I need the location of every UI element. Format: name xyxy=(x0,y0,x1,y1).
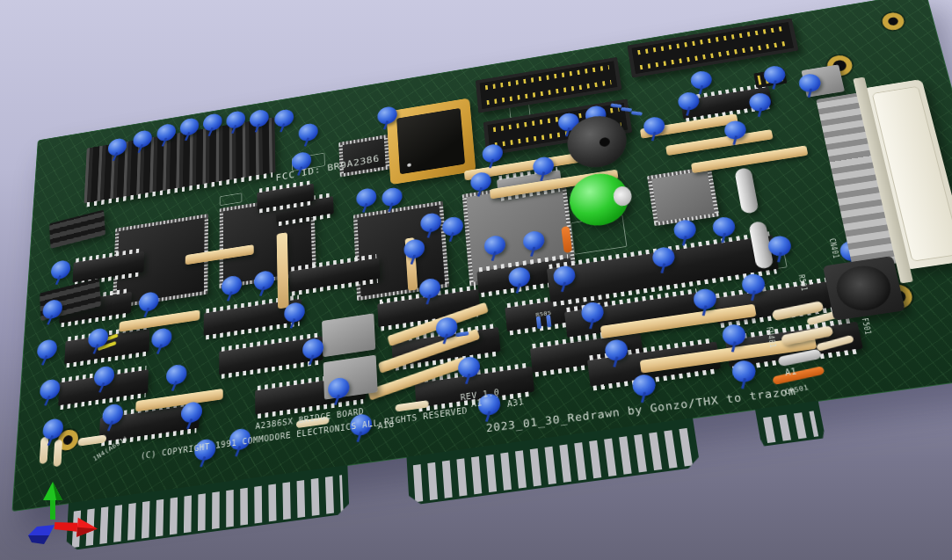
blue-capacitor xyxy=(151,327,171,349)
sip-resistor xyxy=(691,145,809,173)
silkscreen-outline xyxy=(220,193,243,206)
silkscreen-ref-f501: F501 xyxy=(861,317,872,336)
blue-capacitor xyxy=(37,338,58,360)
axial-resistor xyxy=(53,440,62,468)
blue-capacitor xyxy=(298,122,318,142)
silkscreen-ref-cn401: CN401 xyxy=(827,238,839,259)
silkscreen-label-a1-left: A1 xyxy=(471,398,483,409)
smd-resistor xyxy=(631,111,643,116)
sip-resistor xyxy=(665,129,774,156)
blue-capacitor xyxy=(689,69,713,90)
pcb-board: FCC ID: BR9A2386 A2386SX BRIDGE BOARD RE… xyxy=(11,0,952,512)
orange-component xyxy=(772,366,825,385)
blue-capacitor xyxy=(382,186,403,207)
sip-resistor xyxy=(277,232,289,309)
component-layer xyxy=(39,0,926,141)
axial-resistor xyxy=(40,437,49,465)
blue-capacitor xyxy=(51,259,71,280)
edge-fingers xyxy=(763,411,818,443)
blue-capacitor xyxy=(274,108,294,128)
power-connector xyxy=(823,256,905,321)
y-axis-icon xyxy=(43,482,62,520)
x-axis-icon xyxy=(54,516,98,538)
mounting-hole xyxy=(881,11,906,32)
edge-connector-tab xyxy=(66,465,349,551)
edge-connector-tab xyxy=(406,418,700,505)
z-axis-icon xyxy=(28,525,55,544)
axis-gizmo xyxy=(14,477,102,551)
pcb-3d-viewport[interactable]: FCC ID: BR9A2386 A2386SX BRIDGE BOARD RE… xyxy=(0,0,952,560)
relay-block xyxy=(322,313,375,357)
plcc-socket xyxy=(386,98,476,185)
edge-connector-tab xyxy=(755,401,825,447)
silkscreen-label-a31: A31 xyxy=(507,397,525,409)
header-pins xyxy=(637,26,784,55)
blue-capacitor xyxy=(711,215,737,238)
blue-capacitor xyxy=(166,363,187,386)
header-pins xyxy=(640,41,788,70)
silkscreen-label-a18: A18 xyxy=(377,419,394,431)
blue-capacitor xyxy=(442,215,464,237)
cpu-die xyxy=(396,108,465,174)
soic-chip xyxy=(647,166,719,226)
silkscreen-label-a1-right: A1 xyxy=(784,367,797,377)
edge-fingers xyxy=(72,475,344,548)
edge-fingers xyxy=(413,428,694,502)
crystal-oscillator xyxy=(734,167,759,215)
blue-capacitor xyxy=(40,378,61,401)
jumper-block xyxy=(49,210,105,249)
blue-capacitor xyxy=(356,187,377,208)
